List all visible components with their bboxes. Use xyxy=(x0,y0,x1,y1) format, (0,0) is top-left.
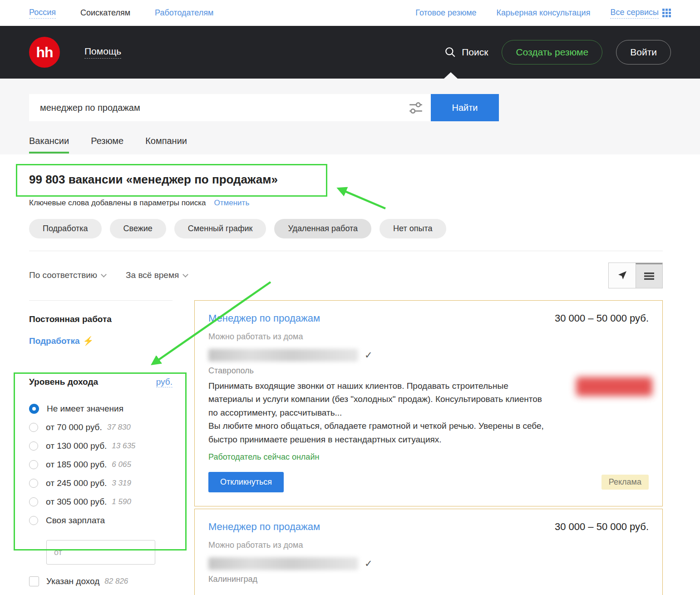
filter-permanent-work: Постоянная работа xyxy=(29,314,173,324)
verified-check-icon: ✓ xyxy=(365,350,373,361)
sort-period-dropdown[interactable]: За всё время xyxy=(126,270,187,280)
income-option-185000[interactable]: от 185 000 руб. 6 065 xyxy=(29,459,173,470)
option-count: 13 635 xyxy=(112,441,135,451)
income-option-any[interactable]: Не имеет значения xyxy=(29,403,173,414)
vacancy-card: Менеджер по продажам 30 000 – 50 000 руб… xyxy=(194,509,663,595)
company-name-blurred[interactable] xyxy=(208,557,358,570)
tab-companies[interactable]: Компании xyxy=(145,136,187,154)
option-count: 6 065 xyxy=(112,460,131,469)
search-submit-button[interactable]: Найти xyxy=(431,94,499,121)
filter-side-job-link[interactable]: Подработка ⚡ xyxy=(29,336,173,346)
search-input[interactable] xyxy=(29,103,408,113)
radio-label: от 185 000 руб. xyxy=(46,460,107,470)
vacancy-title-link[interactable]: Менеджер по продажам xyxy=(208,312,320,324)
vacancy-description-duties: Принимать входящие звонки от наших клиен… xyxy=(208,379,544,419)
search-band: Найти Вакансии Резюме Компании xyxy=(0,79,700,154)
income-option-70000[interactable]: от 70 000 руб. 37 830 xyxy=(29,422,173,433)
filters-sidebar: Постоянная работа Подработка ⚡ Уровень д… xyxy=(29,300,173,595)
verified-check-icon: ✓ xyxy=(365,558,373,569)
sort-order-dropdown[interactable]: По соответствию xyxy=(29,270,106,280)
income-option-130000[interactable]: от 130 000 руб. 13 635 xyxy=(29,441,173,451)
vacancy-salary: 30 000 – 50 000 руб. xyxy=(555,312,649,324)
income-level-title: Уровень дохода xyxy=(29,377,98,387)
option-count: 3 319 xyxy=(112,479,131,488)
vacancy-description-requirements: Вы любите много общаться, обладаете грам… xyxy=(208,419,544,446)
search-box xyxy=(29,94,431,121)
vacancy-city: Ставрополь xyxy=(208,366,649,376)
search-settings-icon[interactable] xyxy=(408,100,424,115)
radio-label: от 70 000 руб. xyxy=(46,422,102,432)
custom-salary-input[interactable] xyxy=(46,540,155,565)
lightning-icon: ⚡ xyxy=(83,336,94,346)
radio-label: от 305 000 руб. xyxy=(46,497,107,507)
checkbox-label: Указан доход xyxy=(46,576,99,586)
radio-icon[interactable] xyxy=(29,516,38,525)
radio-selected-icon[interactable] xyxy=(29,404,39,414)
hh-logo[interactable]: hh xyxy=(29,37,60,68)
nav-applicants[interactable]: Соискателям xyxy=(80,8,130,18)
apps-grid-icon xyxy=(662,9,671,17)
all-services-label: Все сервисы xyxy=(610,8,659,19)
create-resume-button[interactable]: Создать резюме xyxy=(502,40,602,64)
login-button[interactable]: Войти xyxy=(616,40,671,64)
list-view-icon xyxy=(643,271,655,281)
radio-label: от 245 000 руб. xyxy=(46,478,107,488)
vacancy-list: Менеджер по продажам 30 000 – 50 000 руб… xyxy=(194,300,663,595)
sort-period-label: За всё время xyxy=(126,270,179,280)
search-icon xyxy=(444,46,456,58)
option-count: 82 826 xyxy=(104,577,128,586)
radio-icon[interactable] xyxy=(29,479,38,488)
currency-selector[interactable]: руб. xyxy=(156,377,173,387)
location-arrow-icon xyxy=(617,270,628,281)
top-nav: Россия Соискателям Работодателям Готовое… xyxy=(0,0,700,26)
radio-label: Своя зарплата xyxy=(46,516,105,526)
chip-remote-work[interactable]: Удаленная работа xyxy=(274,219,371,238)
cancel-keywords-link[interactable]: Отменить xyxy=(214,198,250,208)
search-tabs: Вакансии Резюме Компании xyxy=(29,136,671,154)
radio-icon[interactable] xyxy=(29,423,38,432)
results-count-title: 99 803 вакансии «менеджер по продажам» xyxy=(29,154,663,187)
remote-work-label: Можно работать из дома xyxy=(208,540,649,550)
radio-icon[interactable] xyxy=(29,460,38,469)
option-count: 1 590 xyxy=(112,497,131,506)
income-option-305000[interactable]: от 305 000 руб. 1 590 xyxy=(29,496,173,507)
tab-vacancies[interactable]: Вакансии xyxy=(29,136,69,154)
chip-no-experience[interactable]: Нет опыта xyxy=(380,219,446,238)
income-option-245000[interactable]: от 245 000 руб. 3 319 xyxy=(29,478,173,489)
content-area: 99 803 вакансии «менеджер по продажам» К… xyxy=(0,154,700,595)
income-specified-filter[interactable]: Указан доход 82 826 xyxy=(29,576,173,586)
radio-label: Не имеет значения xyxy=(47,404,123,414)
tab-resumes[interactable]: Резюме xyxy=(91,136,123,154)
chip-side-job[interactable]: Подработка xyxy=(29,219,102,238)
sort-order-label: По соответствию xyxy=(29,270,97,280)
side-job-label: Подработка xyxy=(29,336,80,346)
checkbox-icon[interactable] xyxy=(29,576,39,586)
nav-career-consult[interactable]: Карьерная консультация xyxy=(497,8,591,18)
radio-icon[interactable] xyxy=(29,497,38,506)
keywords-note: Ключевые слова добавлены в параметры пои… xyxy=(29,198,206,208)
radio-label: от 130 000 руб. xyxy=(46,441,107,451)
help-link[interactable]: Помощь xyxy=(84,46,121,59)
header-search-toggle[interactable]: Поиск xyxy=(444,46,488,58)
region-selector[interactable]: Россия xyxy=(29,8,56,19)
vacancy-city: Калининград xyxy=(208,575,649,584)
chevron-down-icon xyxy=(101,272,107,278)
chip-shift-schedule[interactable]: Сменный график xyxy=(174,219,266,238)
map-view-button[interactable] xyxy=(609,263,636,288)
income-option-custom[interactable]: Своя зарплата xyxy=(29,515,173,526)
company-name-blurred[interactable] xyxy=(208,349,358,362)
ad-badge: Реклама xyxy=(601,475,649,490)
remote-work-label: Можно работать из дома xyxy=(208,332,649,342)
apply-button[interactable]: Откликнуться xyxy=(208,472,284,492)
nav-all-services[interactable]: Все сервисы xyxy=(610,8,671,19)
chip-fresh[interactable]: Свежие xyxy=(110,219,166,238)
list-view-button[interactable] xyxy=(636,263,662,288)
vacancy-salary: 30 000 – 50 000 руб. xyxy=(555,521,649,533)
option-count: 37 830 xyxy=(107,423,131,432)
radio-icon[interactable] xyxy=(29,441,38,451)
nav-ready-resume[interactable]: Готовое резюме xyxy=(415,8,476,18)
vacancy-title-link[interactable]: Менеджер по продажам xyxy=(208,521,320,533)
divider xyxy=(29,300,173,301)
nav-employers[interactable]: Работодателям xyxy=(155,8,213,18)
quick-filters: Подработка Свежие Сменный график Удаленн… xyxy=(29,219,663,238)
